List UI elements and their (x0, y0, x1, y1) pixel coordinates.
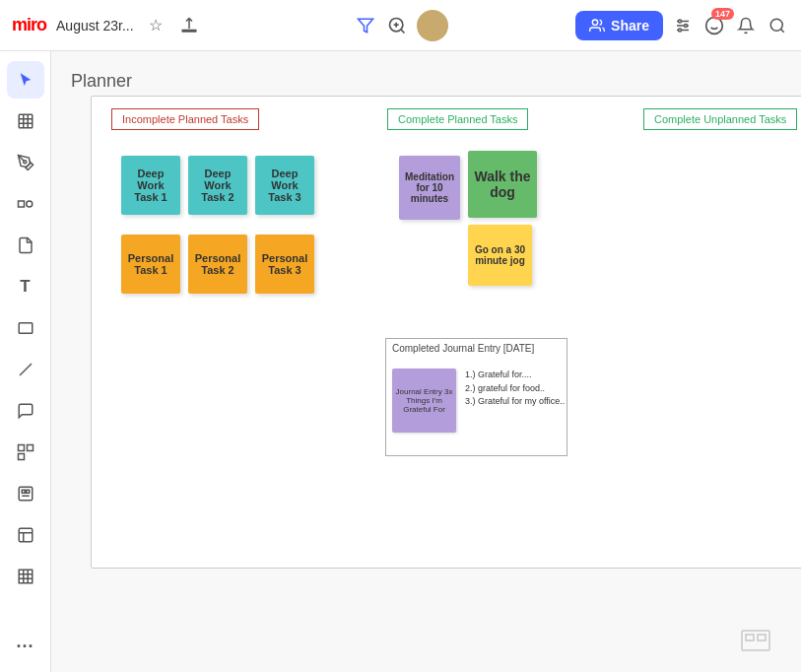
sidebar-item-shapes[interactable] (7, 185, 44, 223)
canvas: Planner Incomplete Planned Tasks Complet… (51, 51, 801, 672)
sidebar-item-rect[interactable] (7, 309, 44, 347)
sidebar-item-pen[interactable] (7, 144, 44, 181)
sticky-meditation[interactable]: Meditation for 10 minutes (399, 156, 460, 220)
svg-point-15 (770, 19, 782, 31)
sticky-deep3[interactable]: Deep Work Task 3 (255, 156, 314, 215)
svg-point-9 (679, 20, 682, 23)
sidebar-item-upload[interactable] (7, 516, 44, 554)
complete-tasks-label: Complete Planned Tasks (387, 108, 528, 130)
svg-rect-32 (26, 490, 29, 493)
svg-rect-44 (758, 635, 766, 640)
sticky-personal2[interactable]: Personal Task 2 (188, 235, 247, 294)
miro-logo[interactable]: miro (12, 15, 46, 35)
unplanned-tasks-label: Complete Unplanned Tasks (643, 108, 797, 130)
sticky-deep1[interactable]: Deep Work Task 1 (121, 156, 180, 215)
star-icon[interactable]: ☆ (144, 14, 167, 37)
svg-marker-0 (358, 19, 372, 33)
svg-rect-25 (19, 323, 33, 334)
sidebar: T ... (0, 51, 51, 672)
topbar: miro August 23r... ☆ Share 147 (0, 0, 801, 51)
svg-rect-31 (22, 490, 25, 493)
share-upload-icon[interactable] (177, 14, 201, 37)
sticky-personal3[interactable]: Personal Task 3 (255, 235, 314, 294)
sidebar-item-sticky[interactable] (7, 227, 44, 264)
journal-title: Completed Journal Entry [DATE] (386, 339, 567, 358)
topbar-center-tools (354, 10, 448, 41)
search-icon[interactable] (766, 14, 789, 37)
svg-line-16 (780, 29, 783, 32)
planner-label: Planner (71, 71, 132, 92)
sticky-walk-dog[interactable]: Walk the dog (468, 151, 537, 218)
svg-point-10 (685, 24, 688, 27)
bell-icon[interactable] (734, 14, 758, 37)
sticky-deep2[interactable]: Deep Work Task 2 (188, 156, 247, 215)
sticky-journal[interactable]: Journal Entry 3x Things I'm Grateful For (392, 369, 456, 433)
sidebar-item-frames[interactable] (7, 102, 44, 140)
sidebar-item-line[interactable] (7, 351, 44, 388)
sidebar-item-select[interactable] (7, 61, 44, 99)
svg-rect-43 (746, 635, 754, 640)
journal-text: 1.) Grateful for.... 2.) grateful for fo… (465, 369, 565, 409)
sticky-jog[interactable]: Go on a 30 minute jog (468, 225, 532, 286)
main-frame: Incomplete Planned Tasks Complete Planne… (91, 96, 801, 569)
journal-entry-box: Completed Journal Entry [DATE] Journal E… (385, 338, 567, 456)
avatar[interactable] (417, 10, 448, 41)
svg-point-24 (26, 201, 32, 207)
badge-count: 147 (711, 8, 734, 20)
sidebar-item-comment[interactable] (7, 392, 44, 430)
sidebar-item-table[interactable] (7, 558, 44, 595)
sidebar-more-button[interactable]: ... (7, 623, 44, 660)
svg-rect-34 (19, 528, 33, 542)
sidebar-item-text[interactable]: T (7, 268, 44, 305)
filter-icon[interactable] (354, 14, 377, 37)
zoom-icon[interactable] (385, 14, 409, 37)
svg-rect-37 (19, 570, 33, 583)
svg-point-22 (23, 161, 26, 164)
svg-point-5 (592, 20, 597, 25)
svg-point-11 (679, 29, 682, 32)
topbar-right: Share 147 (575, 11, 789, 40)
sidebar-item-frame2[interactable] (7, 434, 44, 471)
svg-rect-29 (18, 454, 24, 460)
incomplete-tasks-label: Incomplete Planned Tasks (111, 108, 259, 130)
board-title[interactable]: August 23r... (56, 18, 134, 34)
svg-rect-28 (27, 445, 33, 451)
svg-rect-23 (18, 201, 24, 207)
settings-icon[interactable] (671, 14, 695, 37)
svg-rect-27 (18, 445, 24, 451)
sidebar-item-template[interactable] (7, 475, 44, 512)
reactions-icon[interactable]: 147 (702, 14, 726, 37)
svg-rect-17 (19, 114, 33, 128)
svg-point-12 (706, 17, 723, 34)
svg-line-26 (20, 364, 32, 375)
share-button[interactable]: Share (575, 11, 663, 40)
svg-line-2 (400, 29, 404, 33)
mini-frame-icon[interactable] (740, 629, 771, 652)
sticky-personal1[interactable]: Personal Task 1 (121, 235, 180, 294)
